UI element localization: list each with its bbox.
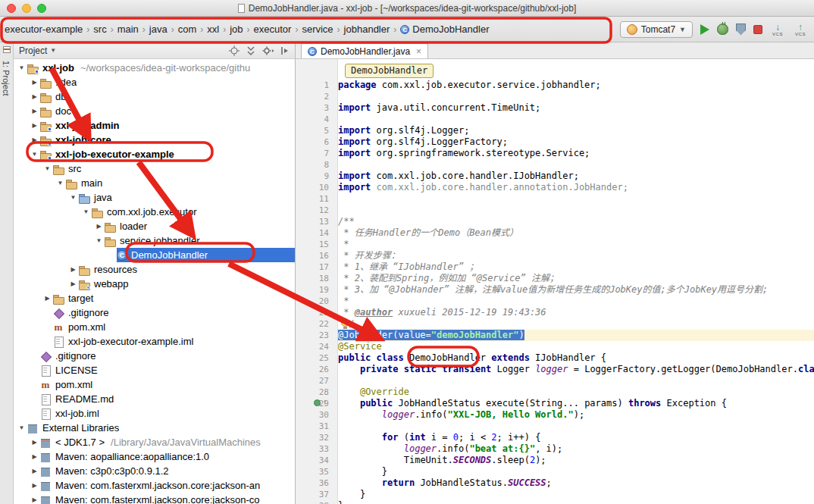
- stop-button[interactable]: [753, 25, 762, 34]
- tree-item-license[interactable]: LICENSE: [14, 363, 295, 377]
- code-line-23[interactable]: 23@JobHander(value="demoJobHandler"): [296, 330, 814, 341]
- window-controls[interactable]: [7, 4, 46, 13]
- code-line-2[interactable]: 2: [296, 91, 814, 102]
- tree-item-loader[interactable]: ▶loader: [14, 219, 295, 233]
- tree-item-readme-md[interactable]: README.md: [14, 392, 295, 406]
- chevron-collapsed-icon[interactable]: ▶: [30, 482, 39, 489]
- tree-item-maven-com-fasterxml-jackson-core-jackson-co[interactable]: ▶Maven: com.fasterxml.jackson.core:jacks…: [14, 493, 295, 504]
- code-line-37[interactable]: 37 }: [296, 489, 814, 500]
- breadcrumb-item-demojobhandler[interactable]: CDemoJobHandler: [398, 22, 491, 36]
- intention-bulb-icon[interactable]: [341, 318, 349, 327]
- zoom-window-button[interactable]: [37, 4, 46, 13]
- chevron-collapsed-icon[interactable]: ▶: [30, 468, 39, 474]
- close-tab-icon[interactable]: ×: [416, 46, 421, 57]
- vcs-commit-button[interactable]: ↑VCS: [793, 23, 808, 36]
- code-line-10[interactable]: 10import com.xxl.job.core.handler.annota…: [296, 182, 814, 193]
- chevron-collapsed-icon[interactable]: ▶: [30, 108, 39, 114]
- tree-item-external-libraries[interactable]: ▼External Libraries: [14, 421, 295, 435]
- tree-item-gitignore[interactable]: .gitignore: [14, 349, 295, 363]
- tree-item-xxl-job-executor-example[interactable]: ▼xxl-job-executor-example: [14, 147, 295, 161]
- tree-item-xxl-job-admin[interactable]: ▶xxl-job-admin: [14, 118, 295, 133]
- breadcrumb-item-executor[interactable]: executor: [252, 22, 294, 36]
- tree-item-service-jobhandler[interactable]: ▼service.jobhandler: [14, 233, 295, 248]
- override-marker-icon[interactable]: ↑: [323, 397, 327, 406]
- chevron-down-icon[interactable]: ▼: [50, 47, 56, 54]
- code-line-15[interactable]: 15 *: [296, 239, 814, 250]
- code-line-17[interactable]: 17 * 1、继承 “IJobHandler” ；: [296, 261, 814, 273]
- run-gutter-icon[interactable]: [314, 399, 321, 406]
- tree-item-jdk1-7[interactable]: ▶< JDK1.7 >/Library/Java/JavaVirtualMach…: [14, 435, 295, 449]
- code-line-20[interactable]: 20 *: [296, 296, 814, 307]
- chevron-collapsed-icon[interactable]: ▶: [30, 439, 39, 446]
- code-line-32[interactable]: 32 for (int i = 0; i < 2; i++) {: [296, 432, 814, 443]
- chevron-expanded-icon[interactable]: ▼: [94, 237, 104, 244]
- code-line-9[interactable]: 9import com.xxl.job.core.handler.IJobHan…: [296, 171, 814, 182]
- code-line-4[interactable]: 4: [296, 114, 814, 125]
- breadcrumb-item-job[interactable]: job: [227, 22, 245, 36]
- chevron-collapsed-icon[interactable]: ▶: [30, 93, 39, 100]
- code-line-18[interactable]: 18 * 2、装配到Spring，例如加 “@Service” 注解；: [296, 273, 814, 284]
- editor-body[interactable]: DemoJobHandler 1package com.xxl.job.exec…: [296, 59, 814, 504]
- tree-item-src[interactable]: ▼src: [14, 161, 295, 176]
- code-line-3[interactable]: 3import java.util.concurrent.TimeUnit;: [296, 102, 814, 114]
- breadcrumb-item-jobhandler[interactable]: jobhandler: [342, 22, 393, 36]
- breadcrumb-item-executor-example[interactable]: executor-example: [2, 22, 85, 36]
- chevron-collapsed-icon[interactable]: ▶: [30, 136, 39, 143]
- editor-tab-demojobhandler[interactable]: C DemoJobHandler.java ×: [301, 43, 428, 58]
- tree-item-gitignore[interactable]: .gitignore: [14, 305, 295, 320]
- code-line-8[interactable]: 8: [296, 159, 814, 171]
- collapse-all-icon[interactable]: [246, 45, 256, 56]
- minimize-window-button[interactable]: [22, 4, 31, 13]
- chevron-expanded-icon[interactable]: ▼: [68, 194, 78, 201]
- code-line-5[interactable]: 5import org.slf4j.Logger;: [296, 125, 814, 136]
- run-button[interactable]: [700, 24, 709, 35]
- code-line-26[interactable]: 26 private static transient Logger logge…: [296, 364, 814, 375]
- chevron-collapsed-icon[interactable]: ▶: [30, 79, 39, 86]
- code-line-38[interactable]: 38}: [296, 500, 814, 504]
- chevron-expanded-icon[interactable]: ▼: [17, 64, 27, 71]
- code-line-7[interactable]: 7import org.springframework.stereotype.S…: [296, 148, 814, 159]
- tree-item-xxl-job[interactable]: ▼xxl-job~/workspaces/idea-git-workspace/…: [14, 61, 295, 75]
- tree-item-db[interactable]: ▶db: [14, 89, 295, 104]
- tree-item-java[interactable]: ▼java: [14, 190, 295, 205]
- tree-item-xxl-job-executor-example-iml[interactable]: xxl-job-executor-example.iml: [14, 334, 295, 349]
- code-line-35[interactable]: 35 }: [296, 466, 814, 477]
- code-line-31[interactable]: 31: [296, 421, 814, 432]
- tree-item-xxl-job-iml[interactable]: xxl-job.iml: [14, 406, 295, 421]
- chevron-expanded-icon[interactable]: ▼: [81, 208, 91, 215]
- debug-button[interactable]: [717, 23, 728, 35]
- chevron-expanded-icon[interactable]: ▼: [55, 180, 65, 186]
- code-line-28[interactable]: 28 @Override: [296, 387, 814, 398]
- code-line-29[interactable]: 29 public JobHandleStatus execute(String…: [296, 398, 814, 409]
- tree-item-resources[interactable]: ▶resources: [14, 262, 295, 277]
- code-line-11[interactable]: 11: [296, 193, 814, 205]
- tree-item-pom-xml[interactable]: mpom.xml: [14, 320, 295, 334]
- code-line-24[interactable]: 24@Service: [296, 341, 814, 352]
- chevron-collapsed-icon[interactable]: ▶: [94, 223, 104, 230]
- code-line-33[interactable]: 33 logger.info("beat at:{}", i);: [296, 443, 814, 455]
- hide-panel-icon[interactable]: [280, 45, 290, 56]
- code-line-21[interactable]: 21 * @author xuxueli 2015-12-19 19:43:36: [296, 307, 814, 318]
- code-lines[interactable]: 1package com.xxl.job.executor.service.jo…: [296, 80, 814, 504]
- code-line-12[interactable]: 12: [296, 205, 814, 216]
- chevron-expanded-icon[interactable]: ▼: [17, 424, 27, 431]
- vcs-update-button[interactable]: ↓VCS: [770, 23, 785, 36]
- code-line-14[interactable]: 14 * 任务Handler的一个Demo（Bean模式）: [296, 227, 814, 239]
- coverage-button[interactable]: [736, 23, 746, 35]
- tree-item-main[interactable]: ▼main: [14, 176, 295, 190]
- chevron-expanded-icon[interactable]: ▼: [30, 151, 39, 158]
- tree-item-maven-com-fasterxml-jackson-core-jackson-an[interactable]: ▶Maven: com.fasterxml.jackson.core:jacks…: [14, 478, 295, 493]
- tree-item-maven-c3p0-c3p0-0-9-1-2[interactable]: ▶Maven: c3p0:c3p0:0.9.1.2: [14, 464, 295, 478]
- breadcrumb-item-com[interactable]: com: [176, 22, 199, 36]
- tree-item-pom-xml[interactable]: mpom.xml: [14, 377, 295, 392]
- code-line-27[interactable]: 27: [296, 375, 814, 387]
- chevron-collapsed-icon[interactable]: ▶: [68, 266, 78, 273]
- code-line-16[interactable]: 16 * 开发步骤：: [296, 250, 814, 261]
- tree-item-demojobhandler[interactable]: CDemoJobHandler: [14, 248, 295, 262]
- code-line-13[interactable]: 13/**: [296, 216, 814, 227]
- code-line-34[interactable]: 34 TimeUnit.SECONDS.sleep(2);: [296, 455, 814, 466]
- tree-item-xxl-job-core[interactable]: ▶xxl-job-core: [14, 133, 295, 147]
- breadcrumb-item-src[interactable]: src: [91, 22, 108, 36]
- tree-item-com-xxl-job-executor[interactable]: ▼com.xxl.job.executor: [14, 205, 295, 219]
- code-line-6[interactable]: 6import org.slf4j.LoggerFactory;: [296, 136, 814, 148]
